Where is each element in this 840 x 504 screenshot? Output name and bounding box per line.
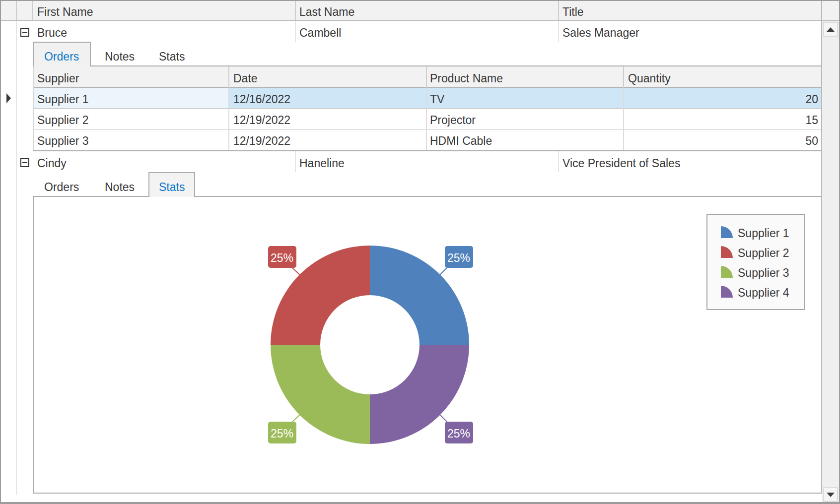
svg-text:25%: 25% — [447, 252, 470, 264]
svg-text:25%: 25% — [271, 252, 293, 264]
svg-text:25%: 25% — [447, 427, 470, 440]
svg-text:25%: 25% — [271, 427, 293, 440]
